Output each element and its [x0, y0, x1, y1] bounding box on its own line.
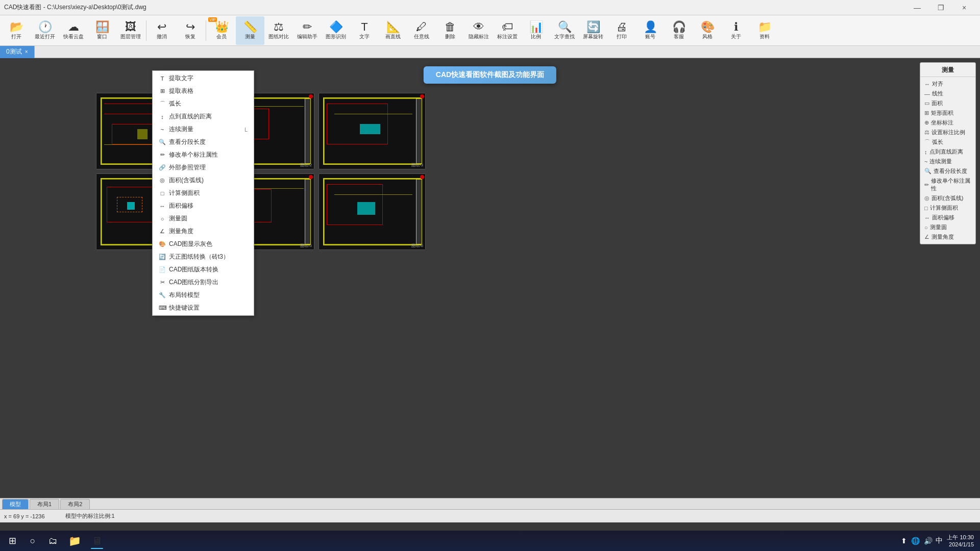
panel-item-修改单个标注属性[interactable]: ✏ 修改单个标注属性: [920, 176, 975, 193]
panel-item-设置标注比例[interactable]: ⚖ 设置标注比例: [920, 128, 975, 137]
menu-item-弧长[interactable]: ⌒ 弧长: [153, 97, 254, 110]
start-button[interactable]: ⊞: [2, 532, 22, 550]
thumbnail-6[interactable]: 图纸-6: [318, 173, 426, 250]
panel-item-坐标标注[interactable]: ⊕ 坐标标注: [920, 118, 975, 128]
toolbar-item-style[interactable]: 🎨 风格: [693, 16, 722, 45]
toolbar-item-rotate[interactable]: 🔄 屏幕旋转: [579, 16, 607, 45]
figmgr-label: 图层管理: [120, 34, 141, 40]
toolbar-item-textfind[interactable]: 🔍 文字查找: [550, 16, 579, 45]
toolbar-item-hidden[interactable]: 👁 隐藏标注: [464, 16, 493, 45]
menu-item-天正图纸转换（砖t3）[interactable]: 🔄 天正图纸转换（砖t3）: [153, 251, 254, 263]
toolbar-item-freeline[interactable]: 🖊 任意线: [407, 16, 436, 45]
menu-icon: ↔: [159, 203, 166, 209]
pattern-label: 图形识别: [326, 34, 346, 40]
restore-button[interactable]: ❐: [929, 0, 952, 15]
toolbar-item-account[interactable]: 👤 账号: [636, 16, 665, 45]
menu-label: 面积偏移: [169, 202, 193, 210]
toolbar-item-support[interactable]: 🎧 客服: [665, 16, 693, 45]
panel-item-连续测量[interactable]: ~ 连续测量: [920, 157, 975, 166]
systray-up-icon[interactable]: ⬆: [900, 536, 908, 546]
menu-item-提取文字[interactable]: T 提取文字: [153, 72, 254, 85]
toolbar-item-about[interactable]: ℹ 关于: [722, 16, 750, 45]
menu-item-修改单个标注属性[interactable]: ✏ 修改单个标注属性: [153, 148, 254, 161]
menu-item-面积(含弧线)[interactable]: ◎ 面积(含弧线): [153, 174, 254, 187]
menu-item-CAD图显示灰色[interactable]: 🎨 CAD图显示灰色: [153, 238, 254, 251]
thumbnail-3[interactable]: 图纸-3: [318, 93, 426, 169]
toolbar-item-line[interactable]: 📐 画直线: [379, 16, 407, 45]
panel-item-弧长[interactable]: ⌒ 弧长: [920, 137, 975, 147]
panel-item-测量圆[interactable]: ○ 测量圆: [920, 222, 975, 232]
bottom-tab-布局2[interactable]: 布局2: [60, 499, 90, 509]
panel-item-面积(含弧线)[interactable]: ◎ 面积(含弧线): [920, 193, 975, 203]
taskbar-cad-app[interactable]: 🖥: [86, 532, 108, 550]
toolbar-item-print[interactable]: 🖨 打印: [607, 16, 636, 45]
menu-item-布局转模型[interactable]: 🔧 布局转模型: [153, 289, 254, 302]
redo-label: 恢复: [185, 34, 195, 40]
taskbar-clock[interactable]: 上午 10:30 2024/1/15: [947, 534, 978, 548]
toolbar-item-compare[interactable]: ⚖ 图纸对比: [264, 16, 293, 45]
panel-icon: ▭: [924, 100, 929, 107]
minimize-button[interactable]: —: [905, 0, 929, 15]
toolbar-item-recent[interactable]: 🕐 最近打开: [31, 16, 59, 45]
menu-label: 快捷键设置: [169, 304, 200, 312]
panel-item-线性[interactable]: — 线性: [920, 89, 975, 98]
bottom-tab-布局1[interactable]: 布局1: [30, 499, 59, 509]
input-method-indicator[interactable]: 中: [936, 536, 943, 545]
toolbar-item-measure[interactable]: 📏 测量: [236, 16, 264, 45]
toolbar-item-cloud[interactable]: ☁ 快看云盘: [59, 16, 88, 45]
menu-item-查看分段长度[interactable]: 🔍 查看分段长度: [153, 136, 254, 148]
menu-item-点到直线的距离[interactable]: ↕ 点到直线的距离: [153, 110, 254, 123]
label-label: 标注设置: [497, 34, 518, 40]
task-view-button[interactable]: 🗂: [43, 532, 63, 550]
panel-item-查看分段长度[interactable]: 🔍 查看分段长度: [920, 166, 975, 176]
taskbar-explorer[interactable]: 📁: [63, 532, 86, 550]
menu-item-连续测量[interactable]: ~ 连续测量L: [153, 123, 254, 136]
toolbar-item-window[interactable]: 🪟 窗口: [88, 16, 116, 45]
toolbar-item-vip[interactable]: 👑 会员: [207, 16, 236, 45]
tab-close-icon[interactable]: ×: [25, 49, 28, 55]
menu-item-提取表格[interactable]: ⊞ 提取表格: [153, 85, 254, 97]
panel-item-测量角度[interactable]: ∠ 测量角度: [920, 232, 975, 242]
panel-item-面积[interactable]: ▭ 面积: [920, 98, 975, 108]
toolbar-item-undo[interactable]: ↩ 撤消: [148, 16, 176, 45]
bottom-tab-模型[interactable]: 模型: [2, 499, 29, 509]
toolbar-item-pattern[interactable]: 🔷 图形识别: [322, 16, 350, 45]
panel-item-矩形面积[interactable]: ⊞ 矩形面积: [920, 108, 975, 118]
toolbar-item-edit[interactable]: ✏ 编辑助手: [293, 16, 322, 45]
panel-item-面积偏移[interactable]: ↔ 面积偏移: [920, 213, 975, 222]
menu-item-CAD图纸分割导出[interactable]: ✂ CAD图纸分割导出: [153, 276, 254, 289]
toolbar-item-figmgr[interactable]: 🖼 图层管理: [116, 16, 145, 45]
panel-icon: ~: [924, 159, 927, 165]
toolbar-item-redo[interactable]: ↪ 恢复: [176, 16, 205, 45]
text-icon: T: [361, 21, 368, 33]
panel-icon: ◎: [924, 195, 929, 202]
menu-item-测量圆[interactable]: ○ 测量圆: [153, 212, 254, 225]
tab-item[interactable]: 0测试 ×: [0, 46, 35, 58]
toolbar-item-data[interactable]: 📁 资料: [750, 16, 779, 45]
app-title: CAD快速看图 - C:\Users\xiezy-a\Desktop\0测试.d…: [4, 3, 146, 12]
menu-item-快捷键设置[interactable]: ⌨ 快捷键设置: [153, 302, 254, 314]
open-label: 打开: [11, 34, 21, 40]
menu-item-CAD图纸版本转换[interactable]: 📄 CAD图纸版本转换: [153, 263, 254, 276]
menu-item-计算侧面积[interactable]: □ 计算侧面积: [153, 187, 254, 199]
systray-network-icon[interactable]: 🌐: [910, 536, 921, 546]
toolbar-item-erase[interactable]: 🗑 删除: [436, 16, 464, 45]
menu-item-外部参照管理[interactable]: 🔗 外部参照管理: [153, 161, 254, 174]
panel-item-对齐[interactable]: ↔ 对齐: [920, 79, 975, 89]
rotate-icon: 🔄: [586, 21, 600, 33]
menu-item-测量角度[interactable]: ∠ 测量角度: [153, 225, 254, 238]
toolbar-item-open[interactable]: 📂 打开: [2, 16, 31, 45]
panel-item-计算侧面积[interactable]: □ 计算侧面积: [920, 203, 975, 213]
toolbar-item-text[interactable]: T 文字: [350, 16, 379, 45]
toolbar-item-scale[interactable]: 📊 比例: [522, 16, 550, 45]
panel-label: 弧长: [932, 138, 943, 146]
toolbar-item-label[interactable]: 🏷 标注设置: [493, 16, 522, 45]
search-button[interactable]: ○: [22, 532, 43, 550]
panel-label: 计算侧面积: [930, 204, 958, 212]
menu-item-面积偏移[interactable]: ↔ 面积偏移: [153, 199, 254, 212]
panel-item-点到直线距离[interactable]: ↕ 点到直线距离: [920, 147, 975, 157]
systray-volume-icon[interactable]: 🔊: [923, 536, 934, 546]
toolbar-separator: [146, 20, 146, 41]
close-button[interactable]: ×: [952, 0, 976, 15]
menu-icon: ∠: [159, 228, 166, 235]
